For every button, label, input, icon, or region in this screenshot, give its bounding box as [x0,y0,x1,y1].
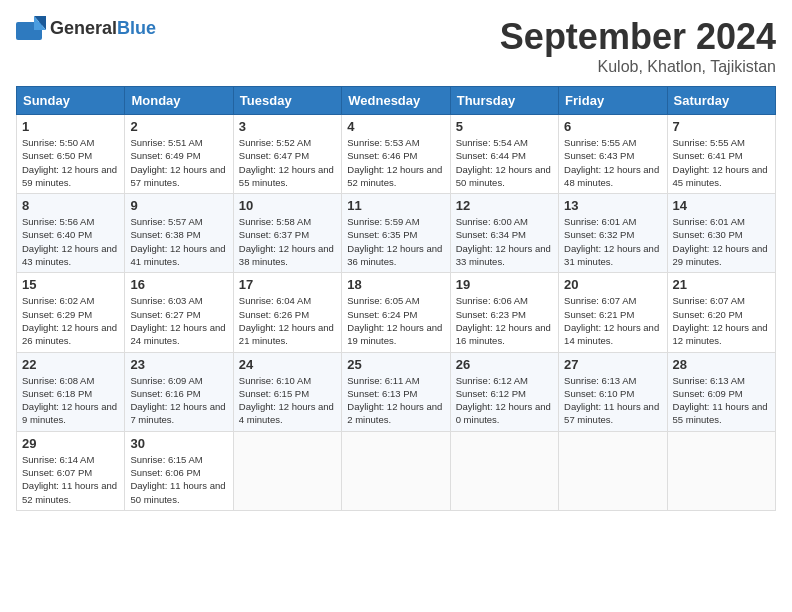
calendar-cell [342,431,450,510]
day-detail: Sunrise: 5:53 AMSunset: 6:46 PMDaylight:… [347,137,442,188]
day-number: 6 [564,119,661,134]
calendar-week-row: 8 Sunrise: 5:56 AMSunset: 6:40 PMDayligh… [17,194,776,273]
day-number: 17 [239,277,336,292]
day-number: 8 [22,198,119,213]
calendar-cell: 29 Sunrise: 6:14 AMSunset: 6:07 PMDaylig… [17,431,125,510]
calendar-cell: 14 Sunrise: 6:01 AMSunset: 6:30 PMDaylig… [667,194,775,273]
day-detail: Sunrise: 5:58 AMSunset: 6:37 PMDaylight:… [239,216,334,267]
day-detail: Sunrise: 6:10 AMSunset: 6:15 PMDaylight:… [239,375,334,426]
day-number: 10 [239,198,336,213]
day-number: 15 [22,277,119,292]
day-number: 3 [239,119,336,134]
day-detail: Sunrise: 6:08 AMSunset: 6:18 PMDaylight:… [22,375,117,426]
day-number: 25 [347,357,444,372]
day-number: 22 [22,357,119,372]
calendar-cell: 2 Sunrise: 5:51 AMSunset: 6:49 PMDayligh… [125,115,233,194]
day-number: 7 [673,119,770,134]
logo-text: GeneralBlue [50,18,156,39]
day-detail: Sunrise: 6:01 AMSunset: 6:32 PMDaylight:… [564,216,659,267]
day-detail: Sunrise: 6:12 AMSunset: 6:12 PMDaylight:… [456,375,551,426]
day-detail: Sunrise: 6:05 AMSunset: 6:24 PMDaylight:… [347,295,442,346]
calendar-cell: 30 Sunrise: 6:15 AMSunset: 6:06 PMDaylig… [125,431,233,510]
day-detail: Sunrise: 6:07 AMSunset: 6:21 PMDaylight:… [564,295,659,346]
day-number: 23 [130,357,227,372]
day-detail: Sunrise: 5:52 AMSunset: 6:47 PMDaylight:… [239,137,334,188]
day-number: 29 [22,436,119,451]
calendar-cell: 6 Sunrise: 5:55 AMSunset: 6:43 PMDayligh… [559,115,667,194]
day-number: 5 [456,119,553,134]
calendar-cell: 13 Sunrise: 6:01 AMSunset: 6:32 PMDaylig… [559,194,667,273]
calendar-cell: 5 Sunrise: 5:54 AMSunset: 6:44 PMDayligh… [450,115,558,194]
day-detail: Sunrise: 5:56 AMSunset: 6:40 PMDaylight:… [22,216,117,267]
calendar-cell: 8 Sunrise: 5:56 AMSunset: 6:40 PMDayligh… [17,194,125,273]
day-number: 13 [564,198,661,213]
day-number: 2 [130,119,227,134]
day-detail: Sunrise: 6:13 AMSunset: 6:09 PMDaylight:… [673,375,768,426]
title-area: September 2024 Kulob, Khatlon, Tajikista… [500,16,776,76]
day-number: 19 [456,277,553,292]
calendar-cell: 28 Sunrise: 6:13 AMSunset: 6:09 PMDaylig… [667,352,775,431]
day-number: 9 [130,198,227,213]
day-number: 18 [347,277,444,292]
calendar-cell: 26 Sunrise: 6:12 AMSunset: 6:12 PMDaylig… [450,352,558,431]
calendar-cell [450,431,558,510]
day-number: 4 [347,119,444,134]
calendar-cell: 17 Sunrise: 6:04 AMSunset: 6:26 PMDaylig… [233,273,341,352]
day-detail: Sunrise: 5:59 AMSunset: 6:35 PMDaylight:… [347,216,442,267]
calendar-table: SundayMondayTuesdayWednesdayThursdayFrid… [16,86,776,511]
weekday-header-thursday: Thursday [450,87,558,115]
month-title: September 2024 [500,16,776,58]
day-number: 27 [564,357,661,372]
day-detail: Sunrise: 5:57 AMSunset: 6:38 PMDaylight:… [130,216,225,267]
day-number: 24 [239,357,336,372]
day-number: 26 [456,357,553,372]
logo-general: General [50,18,117,38]
day-number: 12 [456,198,553,213]
calendar-cell: 3 Sunrise: 5:52 AMSunset: 6:47 PMDayligh… [233,115,341,194]
calendar-cell: 23 Sunrise: 6:09 AMSunset: 6:16 PMDaylig… [125,352,233,431]
calendar-cell: 18 Sunrise: 6:05 AMSunset: 6:24 PMDaylig… [342,273,450,352]
day-number: 11 [347,198,444,213]
day-detail: Sunrise: 5:50 AMSunset: 6:50 PMDaylight:… [22,137,117,188]
logo: GeneralBlue [16,16,156,40]
calendar-cell: 16 Sunrise: 6:03 AMSunset: 6:27 PMDaylig… [125,273,233,352]
calendar-cell: 19 Sunrise: 6:06 AMSunset: 6:23 PMDaylig… [450,273,558,352]
calendar-cell: 12 Sunrise: 6:00 AMSunset: 6:34 PMDaylig… [450,194,558,273]
logo-blue: Blue [117,18,156,38]
day-number: 30 [130,436,227,451]
day-detail: Sunrise: 6:11 AMSunset: 6:13 PMDaylight:… [347,375,442,426]
calendar-cell: 24 Sunrise: 6:10 AMSunset: 6:15 PMDaylig… [233,352,341,431]
calendar-cell: 22 Sunrise: 6:08 AMSunset: 6:18 PMDaylig… [17,352,125,431]
calendar-cell: 27 Sunrise: 6:13 AMSunset: 6:10 PMDaylig… [559,352,667,431]
day-detail: Sunrise: 6:00 AMSunset: 6:34 PMDaylight:… [456,216,551,267]
page-header: GeneralBlue September 2024 Kulob, Khatlo… [16,16,776,76]
calendar-cell: 1 Sunrise: 5:50 AMSunset: 6:50 PMDayligh… [17,115,125,194]
day-detail: Sunrise: 6:13 AMSunset: 6:10 PMDaylight:… [564,375,659,426]
day-number: 16 [130,277,227,292]
day-detail: Sunrise: 6:15 AMSunset: 6:06 PMDaylight:… [130,454,225,505]
calendar-week-row: 22 Sunrise: 6:08 AMSunset: 6:18 PMDaylig… [17,352,776,431]
day-detail: Sunrise: 6:14 AMSunset: 6:07 PMDaylight:… [22,454,117,505]
calendar-cell [667,431,775,510]
calendar-cell [559,431,667,510]
day-number: 20 [564,277,661,292]
weekday-header-sunday: Sunday [17,87,125,115]
day-detail: Sunrise: 5:54 AMSunset: 6:44 PMDaylight:… [456,137,551,188]
day-detail: Sunrise: 6:03 AMSunset: 6:27 PMDaylight:… [130,295,225,346]
day-detail: Sunrise: 5:55 AMSunset: 6:41 PMDaylight:… [673,137,768,188]
calendar-week-row: 15 Sunrise: 6:02 AMSunset: 6:29 PMDaylig… [17,273,776,352]
calendar-week-row: 1 Sunrise: 5:50 AMSunset: 6:50 PMDayligh… [17,115,776,194]
calendar-cell: 15 Sunrise: 6:02 AMSunset: 6:29 PMDaylig… [17,273,125,352]
calendar-cell: 21 Sunrise: 6:07 AMSunset: 6:20 PMDaylig… [667,273,775,352]
weekday-header-tuesday: Tuesday [233,87,341,115]
calendar-cell: 11 Sunrise: 5:59 AMSunset: 6:35 PMDaylig… [342,194,450,273]
calendar-cell [233,431,341,510]
day-number: 28 [673,357,770,372]
day-detail: Sunrise: 6:04 AMSunset: 6:26 PMDaylight:… [239,295,334,346]
calendar-cell: 4 Sunrise: 5:53 AMSunset: 6:46 PMDayligh… [342,115,450,194]
day-detail: Sunrise: 6:01 AMSunset: 6:30 PMDaylight:… [673,216,768,267]
logo-icon [16,16,46,40]
day-detail: Sunrise: 6:06 AMSunset: 6:23 PMDaylight:… [456,295,551,346]
calendar-cell: 10 Sunrise: 5:58 AMSunset: 6:37 PMDaylig… [233,194,341,273]
calendar-cell: 7 Sunrise: 5:55 AMSunset: 6:41 PMDayligh… [667,115,775,194]
